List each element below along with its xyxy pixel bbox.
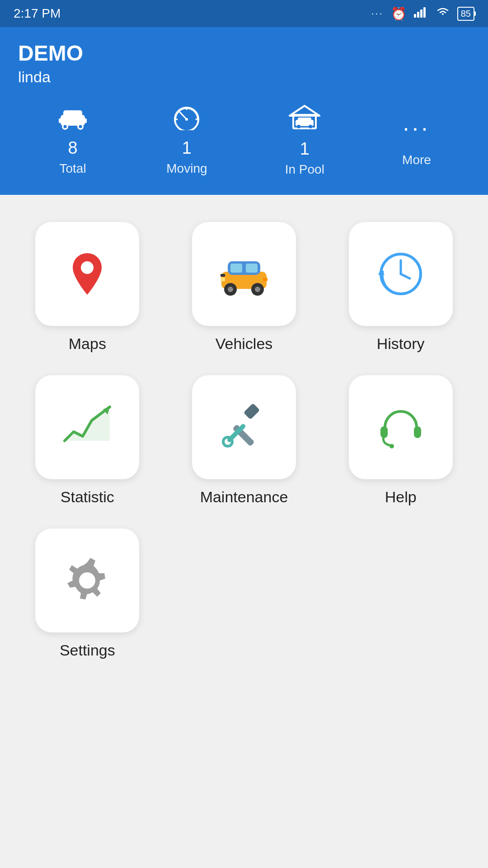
car-total-icon xyxy=(57,105,89,135)
svg-point-9 xyxy=(79,125,82,128)
help-label: Help xyxy=(385,488,417,506)
vehicles-label: Vehicles xyxy=(216,335,273,353)
svg-point-32 xyxy=(255,287,260,292)
svg-rect-34 xyxy=(263,278,267,281)
settings-icon xyxy=(60,553,114,608)
help-icon xyxy=(374,400,428,454)
history-label: History xyxy=(377,335,425,353)
help-icon-box xyxy=(349,375,453,479)
svg-rect-11 xyxy=(83,118,87,123)
svg-rect-35 xyxy=(221,274,225,277)
stats-row: 8 Total 1 Moving xyxy=(18,104,470,177)
signal-icon xyxy=(414,6,428,21)
header-title: DEMO xyxy=(18,41,470,66)
history-icon-box xyxy=(349,222,453,326)
statistic-icon-box xyxy=(35,375,139,479)
svg-point-14 xyxy=(185,118,188,121)
stat-total-number: 8 xyxy=(68,138,78,158)
stat-total-label: Total xyxy=(60,161,86,176)
maps-icon xyxy=(60,247,114,301)
stat-inpool-label: In Pool xyxy=(285,162,324,177)
history-icon xyxy=(374,247,428,301)
svg-rect-10 xyxy=(59,118,62,123)
status-bar: 2:17 PM ··· ⏰ 85 xyxy=(0,0,488,27)
vehicles-icon-box xyxy=(192,222,296,326)
menu-grid: Maps xyxy=(23,222,465,659)
stat-moving-number: 1 xyxy=(182,138,192,158)
maintenance-label: Maintenance xyxy=(200,488,288,506)
menu-item-vehicles[interactable]: Vehicles xyxy=(179,222,309,353)
svg-line-13 xyxy=(180,112,187,119)
menu-item-help[interactable]: Help xyxy=(336,375,465,506)
status-time: 2:17 PM xyxy=(14,6,61,21)
maps-icon-box xyxy=(35,222,139,326)
svg-point-23 xyxy=(309,125,312,128)
stat-moving[interactable]: 1 Moving xyxy=(166,105,207,176)
svg-point-22 xyxy=(297,125,300,128)
main-content: Maps xyxy=(0,195,488,686)
svg-point-45 xyxy=(79,572,95,589)
svg-point-41 xyxy=(223,437,232,446)
vehicles-icon xyxy=(217,247,271,301)
maintenance-icon-box xyxy=(192,375,296,479)
status-icons: ··· ⏰ 85 xyxy=(371,6,474,21)
header-subtitle: linda xyxy=(18,68,470,86)
menu-item-maintenance[interactable]: Maintenance xyxy=(179,375,309,506)
svg-rect-5 xyxy=(63,110,82,118)
menu-item-maps[interactable]: Maps xyxy=(23,222,152,353)
more-dots-icon: ··· xyxy=(371,8,383,19)
svg-point-8 xyxy=(64,125,67,128)
alarm-icon: ⏰ xyxy=(391,6,407,21)
statistic-label: Statistic xyxy=(61,488,114,506)
svg-rect-43 xyxy=(414,426,421,438)
maintenance-icon xyxy=(217,400,271,454)
svg-point-44 xyxy=(389,444,394,448)
stat-inpool-number: 1 xyxy=(300,139,310,159)
stat-total[interactable]: 8 Total xyxy=(57,105,89,176)
stat-inpool[interactable]: 1 In Pool xyxy=(285,104,324,177)
svg-rect-0 xyxy=(414,14,416,18)
wifi-icon xyxy=(436,6,450,21)
battery-icon: 85 xyxy=(457,7,474,21)
garage-icon xyxy=(289,104,320,136)
header: DEMO linda 8 Total xyxy=(0,27,488,195)
svg-rect-27 xyxy=(230,264,242,273)
speedometer-icon xyxy=(171,105,202,135)
settings-label: Settings xyxy=(60,642,115,659)
statistic-icon xyxy=(60,400,114,454)
maps-label: Maps xyxy=(69,335,106,353)
svg-rect-2 xyxy=(420,9,422,18)
svg-rect-1 xyxy=(417,12,419,18)
svg-rect-33 xyxy=(221,278,225,281)
settings-icon-box xyxy=(35,528,139,632)
stat-more-label: More xyxy=(402,153,431,167)
svg-rect-28 xyxy=(246,264,258,273)
stat-moving-label: Moving xyxy=(166,161,207,176)
svg-rect-3 xyxy=(423,7,426,18)
more-icon: ··· xyxy=(403,113,430,142)
menu-item-history[interactable]: History xyxy=(336,222,465,353)
svg-point-31 xyxy=(228,287,233,292)
menu-item-statistic[interactable]: Statistic xyxy=(23,375,152,506)
svg-point-24 xyxy=(81,261,94,274)
menu-item-settings[interactable]: Settings xyxy=(23,528,152,659)
svg-rect-21 xyxy=(298,118,311,122)
svg-rect-40 xyxy=(244,403,260,420)
stat-more[interactable]: ··· More xyxy=(402,113,431,167)
